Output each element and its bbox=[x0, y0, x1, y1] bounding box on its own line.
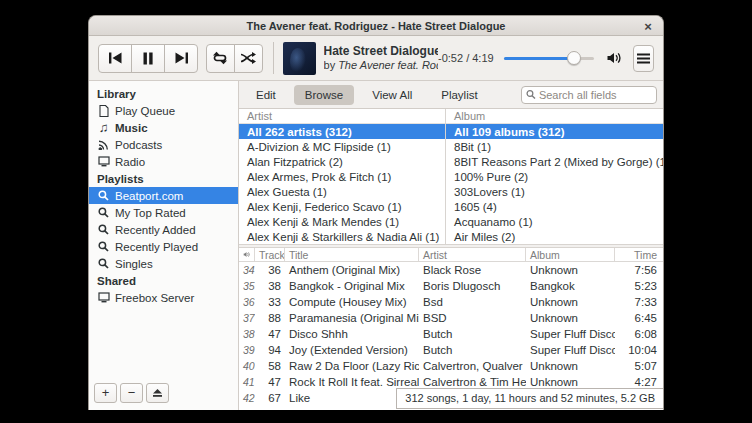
track-title: Raw 2 Da Floor (Lazy Rich Re… bbox=[285, 360, 419, 372]
track-list: Track Title Artist Album Time 34 36 Anth… bbox=[239, 248, 663, 410]
album-list-item[interactable]: 8BIT Reasons Part 2 (Mixed by Gorge) (1) bbox=[446, 154, 663, 169]
track-album: Super Fluff Disco Stuff bbox=[526, 328, 615, 340]
sidebar: Library Play Queue ♫Music bbox=[89, 81, 239, 410]
sidebar-item-recently-played[interactable]: Recently Played bbox=[89, 238, 238, 255]
main-content: Edit Browse View All Playlist Artist bbox=[239, 81, 663, 410]
track-row[interactable]: 37 88 Paramanesia (Original Mix) BSD Unk… bbox=[239, 310, 663, 326]
sidebar-item-freebox-server[interactable]: Freebox Server bbox=[89, 289, 238, 306]
track-row[interactable]: 39 94 Joy (Extended Version) Butch Super… bbox=[239, 342, 663, 358]
artist-column-header[interactable]: Artist bbox=[239, 109, 445, 124]
track-row[interactable]: 40 58 Raw 2 Da Floor (Lazy Rich Re… Calv… bbox=[239, 358, 663, 374]
now-playing-subtitle: byThe Avener feat. Rodriguezfro… bbox=[324, 59, 439, 72]
track-artist: Calvertron, Qualver bbox=[419, 360, 526, 372]
add-playlist-button[interactable]: + bbox=[94, 383, 117, 403]
player-toolbar: Hate Street Dialogue byThe Avener feat. … bbox=[89, 36, 663, 81]
section-header-shared: Shared bbox=[89, 272, 238, 289]
track-row[interactable]: 34 36 Anthem (Original Mix) Black Rose U… bbox=[239, 262, 663, 278]
track-row[interactable]: 35 38 Bangkok - Original Mix Boris Dlugo… bbox=[239, 278, 663, 294]
sidebar-item-radio[interactable]: Radio bbox=[89, 153, 238, 170]
row-number: 37 bbox=[239, 312, 255, 324]
search-playlist-icon bbox=[97, 224, 110, 235]
artist-list-item[interactable]: Alex Kenji & Starkillers & Nadia Ali (1) bbox=[239, 229, 445, 244]
sidebar-item-podcasts[interactable]: Podcasts bbox=[89, 136, 238, 153]
search-box[interactable] bbox=[521, 86, 657, 104]
now-playing-title: Hate Street Dialogue bbox=[324, 44, 439, 59]
sidebar-item-beatport[interactable]: Beatport.com bbox=[89, 187, 238, 204]
pause-icon bbox=[142, 52, 154, 65]
title-column-header[interactable]: Title bbox=[285, 248, 419, 261]
section-header-playlists: Playlists bbox=[89, 170, 238, 187]
album-list: All 109 albums (312)8Bit (1)8BIT Reasons… bbox=[446, 124, 663, 244]
seek-handle[interactable] bbox=[567, 51, 581, 65]
album-list-item[interactable]: 1605 (4) bbox=[446, 199, 663, 214]
sidebar-item-my-top-rated[interactable]: My Top Rated bbox=[89, 204, 238, 221]
track-number: 47 bbox=[255, 376, 285, 388]
sidebar-item-label: Recently Added bbox=[115, 224, 196, 236]
track-row[interactable]: 38 47 Disco Shhh Butch Super Fluff Disco… bbox=[239, 326, 663, 342]
track-column-header[interactable]: Track bbox=[255, 248, 285, 261]
sidebar-item-play-queue[interactable]: Play Queue bbox=[89, 102, 238, 119]
track-artist: BSD bbox=[419, 312, 526, 324]
search-icon bbox=[526, 89, 536, 100]
artist-list-item[interactable]: Alex Kenji, Federico Scavo (1) bbox=[239, 199, 445, 214]
album-list-item[interactable]: Air Miles (2) bbox=[446, 229, 663, 244]
artist-list-item[interactable]: All 262 artists (312) bbox=[239, 124, 445, 139]
titlebar[interactable]: The Avener feat. Rodriguez - Hate Street… bbox=[89, 16, 663, 36]
sidebar-item-singles[interactable]: Singles bbox=[89, 255, 238, 272]
artist-list-item[interactable]: Alex Armes, Prok & Fitch (1) bbox=[239, 169, 445, 184]
mode-controls bbox=[206, 44, 263, 73]
track-title: Rock It Roll It feat. Sirreal Pip… bbox=[285, 376, 419, 388]
eject-icon bbox=[152, 388, 163, 398]
remove-playlist-button[interactable]: − bbox=[120, 383, 143, 403]
artist-column-header-track[interactable]: Artist bbox=[419, 248, 526, 261]
search-playlist-icon bbox=[97, 241, 110, 252]
artist-list-item[interactable]: A-Divizion & MC Flipside (1) bbox=[239, 139, 445, 154]
sidebar-item-music[interactable]: ♫Music bbox=[89, 119, 238, 136]
sidebar-item-label: Beatport.com bbox=[115, 190, 183, 202]
tab-view-all[interactable]: View All bbox=[361, 85, 423, 105]
search-input[interactable] bbox=[539, 89, 652, 101]
track-artist: Calvertron & Tim Healey bbox=[419, 376, 526, 388]
row-number: 38 bbox=[239, 328, 255, 340]
album-list-item[interactable]: Acquanamo (1) bbox=[446, 214, 663, 229]
track-album: Unknown bbox=[526, 376, 615, 388]
menu-button[interactable] bbox=[633, 45, 654, 72]
track-number: 67 bbox=[255, 392, 285, 404]
repeat-button[interactable] bbox=[206, 44, 235, 73]
artist-list-item[interactable]: Alan Fitzpatrick (2) bbox=[239, 154, 445, 169]
previous-button[interactable] bbox=[98, 44, 132, 73]
previous-icon bbox=[108, 51, 123, 65]
next-button[interactable] bbox=[164, 44, 198, 73]
toolbar-separator bbox=[273, 42, 274, 74]
track-row[interactable]: 36 33 Compute (Housey Mix) Bsd Unknown 7… bbox=[239, 294, 663, 310]
album-list-item[interactable]: All 109 albums (312) bbox=[446, 124, 663, 139]
artist-list-item[interactable]: Alex Kenji & Mark Mendes (1) bbox=[239, 214, 445, 229]
track-number: 58 bbox=[255, 360, 285, 372]
pause-button[interactable] bbox=[131, 44, 165, 73]
row-number: 35 bbox=[239, 280, 255, 292]
row-number: 40 bbox=[239, 360, 255, 372]
artist-list-item[interactable]: Alex Guesta (1) bbox=[239, 184, 445, 199]
album-column-header-track[interactable]: Album bbox=[526, 248, 615, 261]
tab-edit[interactable]: Edit bbox=[245, 85, 287, 105]
row-number: 42 bbox=[239, 392, 255, 404]
playing-column-header[interactable] bbox=[239, 248, 255, 261]
eject-button[interactable] bbox=[146, 383, 169, 403]
track-album: Unknown bbox=[526, 264, 615, 276]
track-time: 5:23 bbox=[615, 280, 663, 292]
tab-playlist[interactable]: Playlist bbox=[430, 85, 488, 105]
seek-slider[interactable] bbox=[504, 51, 594, 65]
shuffle-button[interactable] bbox=[234, 44, 263, 73]
now-playing-info: Hate Street Dialogue byThe Avener feat. … bbox=[324, 44, 439, 72]
close-button[interactable]: × bbox=[640, 18, 656, 34]
album-list-item[interactable]: 8Bit (1) bbox=[446, 139, 663, 154]
album-list-item[interactable]: 100% Pure (2) bbox=[446, 169, 663, 184]
row-number: 39 bbox=[239, 344, 255, 356]
sidebar-item-recently-added[interactable]: Recently Added bbox=[89, 221, 238, 238]
volume-button[interactable] bbox=[606, 51, 623, 65]
desktop-background: The Avener feat. Rodriguez - Hate Street… bbox=[0, 0, 752, 423]
tab-browse[interactable]: Browse bbox=[294, 85, 354, 105]
album-column-header[interactable]: Album bbox=[446, 109, 663, 124]
time-column-header[interactable]: Time bbox=[615, 248, 663, 261]
album-list-item[interactable]: 303Lovers (1) bbox=[446, 184, 663, 199]
